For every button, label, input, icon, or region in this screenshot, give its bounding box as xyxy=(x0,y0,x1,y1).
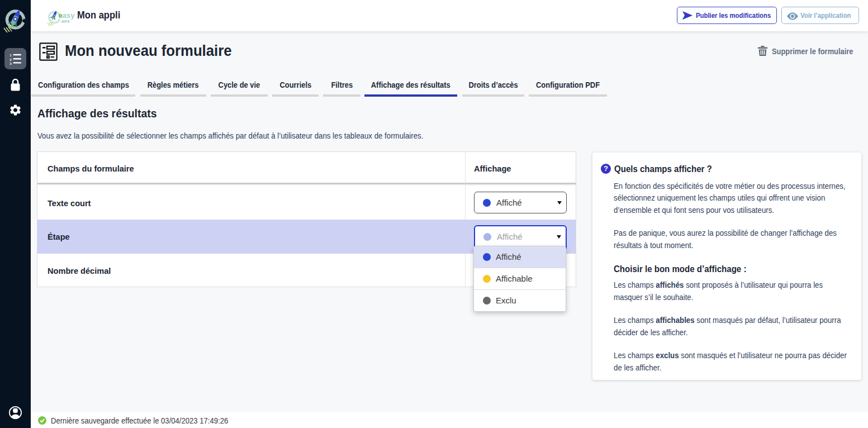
svg-text:AP4: AP4 xyxy=(61,19,70,24)
svg-text:3: 3 xyxy=(10,62,12,65)
svg-text:2: 2 xyxy=(10,58,12,61)
svg-text:1: 1 xyxy=(10,54,12,57)
